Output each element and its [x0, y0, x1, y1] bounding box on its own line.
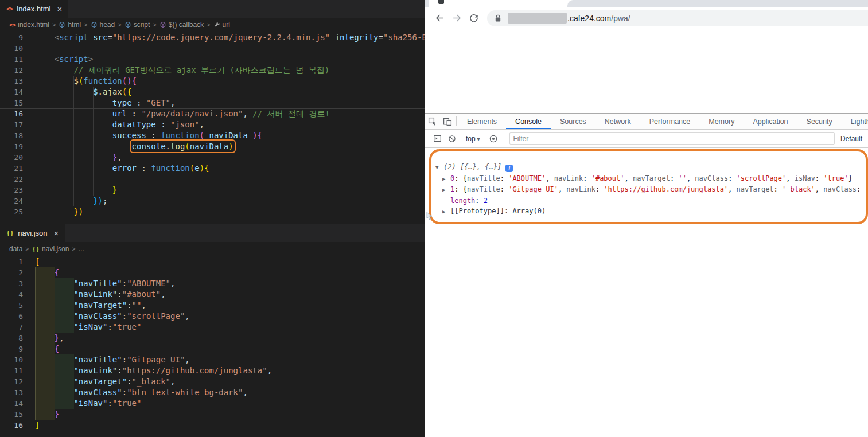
- devtools-tab-lighthouse[interactable]: Lighthouse: [842, 114, 868, 129]
- breadcrumb-separator: [207, 21, 210, 28]
- console-row[interactable]: ▶[[Prototype]]: Array(0): [435, 206, 865, 217]
- breadcrumb-item-script[interactable]: script: [124, 21, 150, 29]
- vscode-window: <> index.html × <> index.html html: [0, 0, 425, 437]
- console-sidebar-icon: [433, 134, 442, 143]
- code-editor-index-html[interactable]: 9 <script src="https://code.jquery.com/j…: [0, 32, 425, 217]
- breadcrumb[interactable]: <> index.html html head script: [0, 18, 425, 32]
- breadcrumb-separator: [118, 21, 121, 28]
- eye-icon: [489, 134, 498, 143]
- breadcrumb-separator: [153, 21, 156, 28]
- devtools-panel: Elements Console Sources Network Perform…: [425, 113, 868, 437]
- code-line: 22: [0, 174, 425, 185]
- tab-favicon: [438, 0, 444, 4]
- code-line: 17 datatType : "json",: [0, 119, 425, 130]
- code-line: 3 "navTitle":"ABOUTME",: [0, 278, 425, 289]
- inspect-element-button[interactable]: [425, 114, 440, 129]
- console-row[interactable]: ▼(2) [{…}, {…}]i: [435, 162, 865, 173]
- devtools-tab-network[interactable]: Network: [595, 114, 640, 129]
- breadcrumb-separator: [72, 245, 75, 252]
- devtools-tab-bar: Elements Console Sources Network Perform…: [425, 114, 868, 130]
- context-selector[interactable]: top: [466, 135, 480, 143]
- url-domain: .cafe24.com: [567, 14, 611, 23]
- code-line: 15 type : "GET",: [0, 97, 425, 108]
- browser-tab-strip: [425, 0, 868, 7]
- devtools-tab-sources[interactable]: Sources: [551, 114, 595, 129]
- devtools-tab-performance[interactable]: Performance: [640, 114, 700, 129]
- console-sidebar-button[interactable]: [430, 134, 445, 143]
- breadcrumb-item-callback[interactable]: $() callback: [159, 21, 204, 29]
- devtools-tab-console[interactable]: Console: [506, 114, 551, 129]
- close-tab-icon[interactable]: ×: [54, 229, 59, 237]
- devtools-tab-elements[interactable]: Elements: [458, 114, 506, 129]
- tab-navi-json[interactable]: {} navi.json ×: [0, 224, 65, 242]
- console-filter-input[interactable]: [509, 132, 835, 145]
- breadcrumb-item-more[interactable]: ...: [79, 245, 84, 253]
- breadcrumb-item-data[interactable]: data: [9, 245, 22, 253]
- tab-index-html[interactable]: <> index.html ×: [0, 0, 68, 18]
- wrench-icon: [213, 21, 220, 28]
- divider: [456, 116, 457, 126]
- code-line: 11 "navLink":"https://github.com/junglas…: [0, 365, 425, 376]
- disclosure-triangle-icon[interactable]: ▼: [435, 162, 443, 173]
- console-row[interactable]: ▶0: {navTitle: 'ABOUTME', navLink: '#abo…: [435, 173, 865, 185]
- code-line: 10: [0, 43, 425, 54]
- code-line: 16]: [0, 420, 425, 431]
- reload-button[interactable]: [465, 10, 482, 27]
- code-line: 2 {: [0, 267, 425, 278]
- device-toolbar-button[interactable]: [440, 114, 455, 129]
- live-expression-button[interactable]: [486, 134, 501, 143]
- disclosure-triangle-icon[interactable]: ▶: [442, 185, 450, 196]
- code-line: 10 "navTitle":"Gitpage UI",: [0, 354, 425, 365]
- disclosure-triangle-icon[interactable]: ▶: [442, 174, 450, 185]
- console-output-area[interactable]: ▼(2) [{…}, {…}]i▶0: {navTitle: 'ABOUTME'…: [425, 148, 868, 437]
- page-content: [425, 29, 868, 114]
- back-button[interactable]: [431, 10, 448, 27]
- chrome-window: .cafe24.com /pwa/ Elements Console Sourc…: [425, 0, 868, 437]
- breadcrumb-separator: [52, 21, 56, 28]
- back-arrow-icon: [434, 13, 445, 24]
- forward-button[interactable]: [448, 10, 465, 27]
- code-line: 13 $(function(){: [0, 76, 425, 87]
- code-line: 13 "navClass":"btn text-white bg-dark",: [0, 387, 425, 398]
- code-line: 7 "isNav":"true": [0, 322, 425, 333]
- symbol-cube-icon: [91, 21, 98, 28]
- tab-label: index.html: [17, 5, 50, 13]
- breadcrumb-item-navi-json[interactable]: {} navi.json: [32, 245, 69, 253]
- code-line: 24 });: [0, 196, 425, 206]
- code-line: 15 }: [0, 409, 425, 420]
- address-bar[interactable]: .cafe24.com /pwa/: [487, 10, 868, 26]
- devtools-tab-memory[interactable]: Memory: [699, 114, 744, 129]
- devtools-tab-application[interactable]: Application: [744, 114, 797, 129]
- reload-icon: [469, 13, 479, 24]
- breadcrumb-item-html[interactable]: html: [59, 21, 81, 29]
- console-log-entry: ▼(2) [{…}, {…}]i▶0: {navTitle: 'ABOUTME'…: [435, 162, 865, 217]
- code-line: 25 }): [0, 206, 425, 217]
- tab-strip-edge: [425, 0, 429, 7]
- disclosure-triangle-icon[interactable]: ▶: [442, 206, 450, 217]
- clear-console-button[interactable]: [445, 135, 460, 143]
- code-editor-navi-json[interactable]: 1[2 {3 "navTitle":"ABOUTME",4 "navLink":…: [0, 256, 425, 431]
- clear-console-icon: [448, 135, 456, 143]
- breadcrumb-item-head[interactable]: head: [91, 21, 115, 29]
- devtools-tab-security[interactable]: Security: [797, 114, 842, 129]
- breadcrumb-item-file[interactable]: <> index.html: [9, 21, 49, 29]
- breadcrumb[interactable]: data {} navi.json ...: [0, 242, 425, 256]
- code-line: 9 {: [0, 344, 425, 354]
- editor-tab-bar: <> index.html ×: [0, 0, 425, 18]
- console-row: length: 2: [435, 196, 865, 206]
- info-icon[interactable]: i: [505, 165, 513, 172]
- log-levels-dropdown[interactable]: Default: [840, 135, 863, 143]
- close-tab-icon[interactable]: ×: [57, 5, 63, 13]
- symbol-cube-icon: [124, 21, 131, 28]
- code-line: 11 <script>: [0, 54, 425, 65]
- tab-label: navi.json: [18, 229, 47, 237]
- code-line: 5 "navTarget":"",: [0, 300, 425, 311]
- inactive-tab[interactable]: [567, 0, 868, 7]
- console-row[interactable]: ▶1: {navTitle: 'Gitpage UI', navLink: 'h…: [435, 184, 865, 196]
- browser-toolbar: .cafe24.com /pwa/: [425, 7, 868, 29]
- editor-tab-bar: {} navi.json ×: [0, 224, 425, 242]
- code-line: 1[: [0, 256, 425, 267]
- symbol-cube-icon: [59, 21, 65, 28]
- breadcrumb-item-url[interactable]: url: [213, 21, 230, 29]
- json-file-icon: {}: [32, 245, 40, 253]
